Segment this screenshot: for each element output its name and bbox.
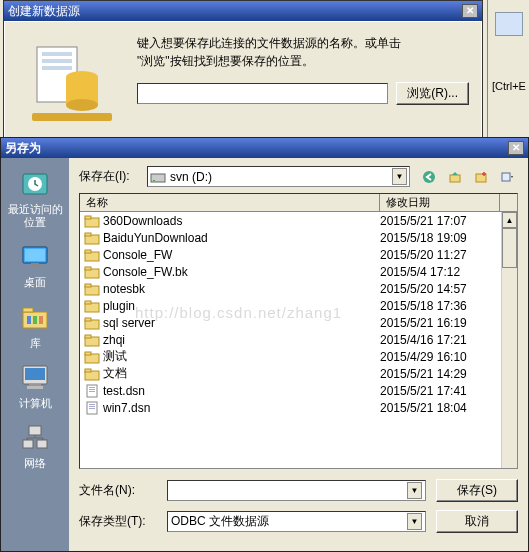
dialog2-close-button[interactable]: ✕ [508,141,524,155]
save-button[interactable]: 保存(S) [436,479,518,502]
file-date: 2015/5/20 11:27 [380,248,500,262]
folder-icon [84,350,100,364]
nav-viewmenu-button[interactable] [496,166,518,187]
svg-rect-14 [23,308,33,312]
file-name: zhqi [103,333,380,347]
file-date: 2015/5/20 14:57 [380,282,500,296]
svg-rect-28 [450,175,460,182]
svg-rect-12 [31,263,39,267]
dialog1-instruction: 键入想要保存此连接的文件数据源的名称。或单击 "浏览"按钮找到想要保存的位置。 [137,34,469,70]
shortcut-hint: [Ctrl+E [492,80,526,92]
filetype-dropdown-icon[interactable]: ▼ [407,513,422,530]
place-computer[interactable]: 计算机 [1,358,69,418]
file-row[interactable]: Console_FW2015/5/20 11:27 [80,246,517,263]
folder-icon [84,333,100,347]
folder-icon [84,282,100,296]
svg-rect-11 [25,249,45,261]
svg-rect-24 [37,440,47,448]
file-row[interactable]: 360Downloads2015/5/21 17:07 [80,212,517,229]
place-label: 库 [3,337,67,350]
folder-icon [84,248,100,262]
folder-icon [84,299,100,313]
filename-input[interactable] [171,482,407,499]
file-date: 2015/4/29 16:10 [380,350,500,364]
place-network[interactable]: 网络 [1,418,69,478]
file-row[interactable]: notesbk2015/5/20 14:57 [80,280,517,297]
place-recent[interactable]: 最近访问的位置 [1,164,69,237]
svg-rect-46 [85,335,91,338]
lookin-label: 保存在(I): [79,168,139,185]
cancel-button[interactable]: 取消 [436,510,518,533]
nav-newfolder-button[interactable] [470,166,492,187]
svg-rect-44 [85,318,91,321]
dialog1-title-text: 创建新数据源 [8,1,80,21]
svg-rect-21 [27,386,43,389]
svg-rect-52 [89,387,95,388]
file-name: plugin [103,299,380,313]
datasource-name-input[interactable] [137,83,388,104]
svg-rect-22 [29,426,41,435]
filename-dropdown-icon[interactable]: ▼ [407,482,422,499]
file-name: win7.dsn [103,401,380,415]
file-row[interactable]: test.dsn2015/5/21 17:41 [80,382,517,399]
svg-point-6 [66,99,98,111]
svg-rect-58 [89,408,95,409]
svg-rect-2 [42,59,72,63]
filetype-value: ODBC 文件数据源 [171,513,407,530]
file-list: 名称 修改日期 360Downloads2015/5/21 17:07Baidu… [79,193,518,469]
place-libraries[interactable]: 库 [1,298,69,358]
svg-rect-19 [25,368,45,380]
dialog2-titlebar: 另存为 ✕ [1,138,528,158]
column-header-date[interactable]: 修改日期 [380,194,500,211]
svg-rect-7 [32,113,112,121]
file-row[interactable]: sql server2015/5/21 16:19 [80,314,517,331]
dialog1-close-button[interactable]: ✕ [462,4,478,18]
file-date: 2015/5/21 17:07 [380,214,500,228]
file-icon [84,384,100,398]
places-bar: 最近访问的位置桌面库计算机网络 [1,158,69,551]
place-desktop[interactable]: 桌面 [1,237,69,297]
svg-rect-30 [502,173,510,181]
file-row[interactable]: plugin2015/5/18 17:36 [80,297,517,314]
folder-icon [84,265,100,279]
file-name: 360Downloads [103,214,380,228]
file-row[interactable]: zhqi2015/4/16 17:21 [80,331,517,348]
create-datasource-dialog: 创建新数据源 ✕ 键入想要保存此连接的文件数据源的名称。或单击 "浏览"按钮找到… [3,0,483,143]
file-row[interactable]: Console_FW.bk2015/5/4 17:12 [80,263,517,280]
folder-icon [84,367,100,381]
scrollbar[interactable]: ▲ [501,212,517,468]
file-name: test.dsn [103,384,380,398]
filetype-combo[interactable]: ODBC 文件数据源 ▼ [167,511,426,532]
file-row[interactable]: win7.dsn2015/5/21 18:04 [80,399,517,416]
svg-rect-32 [85,216,91,219]
file-row[interactable]: 文档2015/5/21 14:29 [80,365,517,382]
lookin-dropdown-icon[interactable]: ▼ [392,168,407,185]
filename-label: 文件名(N): [79,482,157,499]
filename-combo[interactable]: ▼ [167,480,426,501]
svg-rect-50 [85,369,91,372]
lookin-combo[interactable]: svn (D:) ▼ [147,166,410,187]
svg-rect-57 [89,406,95,407]
file-row[interactable]: BaiduYunDownload2015/5/18 19:09 [80,229,517,246]
nav-back-button[interactable] [418,166,440,187]
svg-rect-36 [85,250,91,253]
svg-rect-26 [153,180,155,181]
scroll-up-icon[interactable]: ▲ [502,212,517,228]
place-label: 网络 [3,457,67,470]
file-name: 测试 [103,348,380,365]
scroll-thumb[interactable] [502,228,517,268]
file-name: Console_FW [103,248,380,262]
file-name: notesbk [103,282,380,296]
svg-rect-53 [89,389,95,390]
nav-up-button[interactable] [444,166,466,187]
save-as-dialog: 另存为 ✕ 最近访问的位置桌面库计算机网络 保存在(I): svn (D:) ▼ [0,137,529,552]
file-date: 2015/4/16 17:21 [380,333,500,347]
place-label: 桌面 [3,276,67,289]
column-header-name[interactable]: 名称 [80,194,380,211]
folder-icon [84,316,100,330]
folder-icon [84,214,100,228]
file-row[interactable]: 测试2015/4/29 16:10 [80,348,517,365]
toolbar-icon-1[interactable] [495,12,523,36]
svg-rect-23 [23,440,33,448]
browse-button[interactable]: 浏览(R)... [396,82,469,105]
